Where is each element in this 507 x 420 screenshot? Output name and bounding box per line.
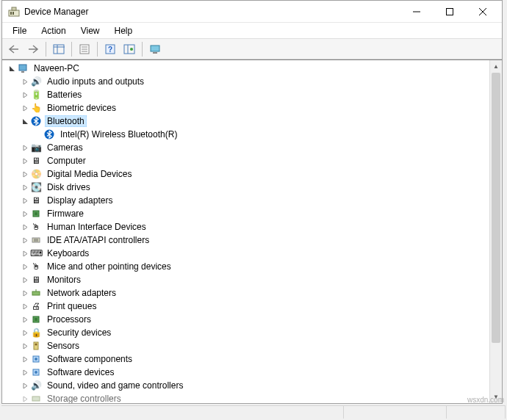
tree-category[interactable]: Bluetooth [2, 115, 489, 128]
category-icon [30, 340, 42, 352]
svg-rect-21 [153, 52, 157, 54]
svg-rect-27 [35, 212, 37, 215]
expander-icon[interactable] [20, 288, 30, 298]
expander-icon[interactable] [20, 222, 30, 232]
tree-category[interactable]: 📷Cameras [2, 141, 489, 154]
expander-icon[interactable] [20, 76, 30, 87]
expander-icon[interactable] [20, 169, 30, 179]
tree-category[interactable]: 🖨Print queues [2, 300, 489, 313]
expander-icon[interactable] [20, 341, 30, 351]
tree-root-label: Naveen-PC [32, 62, 82, 74]
tree-category[interactable]: 🔊Audio inputs and outputs [2, 75, 489, 88]
menu-view[interactable]: View [75, 24, 106, 37]
expander-icon[interactable] [20, 142, 30, 153]
expander-icon[interactable] [20, 380, 30, 391]
menu-help[interactable]: Help [109, 24, 139, 37]
scroll-up-arrow[interactable]: ▲ [490, 60, 502, 73]
scroll-thumb[interactable] [492, 73, 500, 343]
menu-file[interactable]: File [7, 24, 32, 37]
expander-icon[interactable] [20, 235, 30, 245]
tree-category[interactable]: 🔋Batteries [2, 88, 489, 101]
category-icon: 🖱 [30, 261, 42, 272]
tree-category[interactable]: Processors [2, 313, 489, 326]
show-hide-tree-button[interactable] [50, 41, 68, 57]
category-icon: 🖥 [30, 155, 42, 167]
tree-category[interactable]: 🔊Sound, video and game controllers [2, 379, 489, 392]
expander-icon[interactable] [20, 261, 30, 272]
expander-icon[interactable] [20, 103, 30, 113]
tree-category[interactable]: Sensors [2, 339, 489, 352]
svg-point-36 [35, 344, 37, 346]
category-icon [30, 314, 42, 325]
tree-category[interactable]: 🖥Monitors [2, 273, 489, 286]
tree-category-label: Audio inputs and outputs [45, 76, 146, 87]
tree-category[interactable]: 🖥Computer [2, 154, 489, 167]
status-cell [447, 406, 506, 419]
tree-category[interactable]: 👆Biometric devices [2, 101, 489, 115]
category-icon: 🖥 [30, 195, 42, 206]
devices-button[interactable] [146, 41, 164, 57]
vertical-scrollbar[interactable]: ▲ ▼ [489, 60, 502, 403]
toolbar: ? [2, 39, 502, 59]
expander-icon[interactable] [20, 156, 30, 166]
scan-hardware-button[interactable] [121, 41, 138, 57]
expander-icon[interactable] [20, 209, 30, 219]
status-cell [344, 406, 447, 419]
category-icon: 🖨 [30, 300, 42, 312]
expander-icon[interactable] [20, 116, 30, 126]
minimize-button[interactable] [400, 1, 433, 22]
expander-icon[interactable] [20, 314, 30, 325]
tree-category[interactable]: 🖱Mice and other pointing devices [2, 260, 489, 273]
computer-icon [17, 62, 29, 74]
tree-category[interactable]: 🔒Security devices [2, 326, 489, 339]
tree-category[interactable]: Software devices [2, 366, 489, 379]
tree-category[interactable]: Storage controllers [2, 392, 489, 403]
maximize-button[interactable] [433, 1, 466, 22]
device-manager-window: Device Manager File Action View Help [1, 0, 503, 404]
expander-icon[interactable] [20, 354, 30, 364]
tree-category[interactable]: 🖥Display adapters [2, 194, 489, 207]
close-button[interactable] [466, 1, 499, 22]
tree-category-label: Software components [45, 353, 134, 365]
tree-category-label: Computer [45, 155, 88, 167]
expander-icon[interactable] [20, 275, 30, 285]
expander-icon[interactable] [20, 195, 30, 206]
expander-icon[interactable] [20, 394, 30, 403]
device-tree[interactable]: Naveen-PC🔊Audio inputs and outputs🔋Batte… [2, 60, 489, 403]
tree-category[interactable]: Firmware [2, 207, 489, 220]
svg-rect-31 [32, 292, 40, 295]
tree-category[interactable]: ⌨Keyboards [2, 247, 489, 260]
tree-category[interactable]: Software components [2, 352, 489, 366]
expander-icon[interactable] [20, 248, 30, 258]
tree-category[interactable]: 📀Digital Media Devices [2, 167, 489, 181]
tree-device[interactable]: Intel(R) Wireless Bluetooth(R) [2, 128, 489, 141]
forward-button[interactable] [24, 41, 42, 57]
expander-icon[interactable] [20, 301, 30, 311]
properties-button[interactable] [76, 41, 93, 57]
expander-icon[interactable] [20, 90, 30, 100]
svg-rect-8 [54, 45, 64, 54]
tree-category[interactable]: 🖱Human Interface Devices [2, 220, 489, 233]
category-icon: 🔒 [30, 327, 42, 338]
expander-icon[interactable] [7, 63, 17, 73]
toolbar-separator [142, 42, 143, 57]
tree-category[interactable]: Network adapters [2, 286, 489, 300]
window-title: Device Manager [24, 7, 88, 17]
category-icon: 🔊 [30, 380, 42, 391]
menu-action[interactable]: Action [35, 24, 71, 37]
expander-icon[interactable] [20, 327, 30, 338]
expander-icon[interactable] [20, 367, 30, 377]
watermark: wsxdn.com [467, 396, 504, 404]
back-button[interactable] [5, 41, 23, 57]
tree-category-label: Storage controllers [45, 393, 123, 403]
help-button[interactable]: ? [101, 41, 119, 57]
scroll-track[interactable] [490, 73, 502, 391]
tree-category[interactable]: IDE ATA/ATAPI controllers [2, 233, 489, 247]
expander-icon[interactable] [20, 182, 30, 192]
tree-category-label: Firmware [45, 208, 86, 220]
svg-point-38 [35, 358, 37, 361]
svg-rect-3 [12, 7, 16, 10]
category-icon [30, 287, 42, 299]
tree-category[interactable]: 💽Disk drives [2, 181, 489, 194]
tree-root[interactable]: Naveen-PC [2, 62, 489, 75]
